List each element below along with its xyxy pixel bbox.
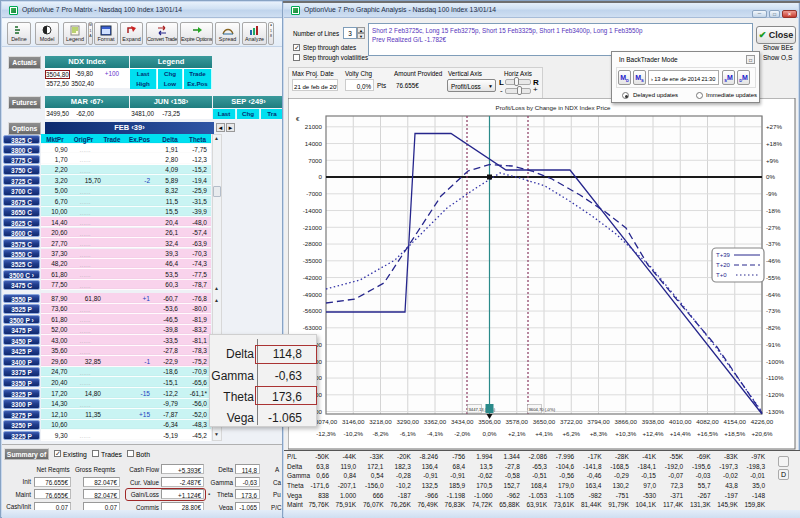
svg-text:-18%: -18% [766,207,781,214]
svg-text:T+20: T+20 [716,262,731,268]
svg-text:4010,00: 4010,00 [669,418,692,425]
svg-text:4226,00: 4226,00 [751,418,774,425]
svg-text:-28000: -28000 [303,240,323,247]
svg-text:7000: 7000 [308,157,322,164]
svg-text:-63000: -63000 [303,324,323,331]
svg-text:-49000: -49000 [303,291,323,298]
svg-text:+18%: +18% [766,140,782,147]
svg-text:-100%: -100% [766,358,784,365]
svg-text:-46%: -46% [766,257,781,264]
svg-text:+9%: +9% [766,157,779,164]
svg-text:0: 0 [319,173,323,180]
svg-text:-55%: -55% [766,274,781,281]
svg-text:+10,3%: +10,3% [615,430,637,437]
svg-text:3650,00: 3650,00 [533,418,556,425]
svg-text:4154,00: 4154,00 [724,418,747,425]
svg-text:3938,00: 3938,00 [642,418,665,425]
svg-text:14000: 14000 [305,140,323,147]
svg-text:21000: 21000 [305,123,323,130]
svg-text:€: € [296,115,300,122]
svg-text:3290,00: 3290,00 [397,418,420,425]
svg-text:-35000: -35000 [303,257,323,264]
svg-text:3506,00: 3506,00 [478,418,501,425]
svg-text:+16,5%: +16,5% [697,430,719,437]
svg-text:+12,4%: +12,4% [642,430,664,437]
svg-text:-2,0%: -2,0% [454,430,471,437]
svg-text:-130%: -130% [766,408,784,415]
svg-text:3074,00: 3074,00 [315,418,338,425]
svg-text:-9%: -9% [766,190,778,197]
svg-text:+18,5%: +18,5% [724,430,746,437]
svg-text:4082,00: 4082,00 [696,418,719,425]
svg-text:-37%: -37% [766,240,781,247]
svg-text:+4,1%: +4,1% [535,430,553,437]
svg-text:-10,2%: -10,2% [343,430,363,437]
svg-text:3722,00: 3722,00 [560,418,583,425]
svg-text:3578,00: 3578,00 [506,418,529,425]
svg-text:3434,00: 3434,00 [451,418,474,425]
svg-text:0,0%: 0,0% [482,430,497,437]
svg-text:-120%: -120% [766,391,784,398]
svg-text:T+39: T+39 [716,252,731,258]
svg-text:-64%: -64% [766,291,781,298]
svg-text:+2,1%: +2,1% [508,430,526,437]
svg-text:-42000: -42000 [303,274,323,281]
svg-text:-6,1%: -6,1% [400,430,417,437]
svg-text:-91%: -91% [766,341,781,348]
svg-text:0%: 0% [766,173,775,180]
svg-text:+8,3%: +8,3% [590,430,608,437]
svg-text:3794,00: 3794,00 [587,418,610,425]
svg-text:3362,00: 3362,00 [424,418,447,425]
svg-text:-110%: -110% [766,374,784,381]
svg-text:+27%: +27% [766,123,782,130]
svg-text:-12,3%: -12,3% [316,430,336,437]
svg-text:+20,6%: +20,6% [751,430,773,437]
svg-text:3604,70 (-0%): 3604,70 (-0%) [529,407,556,412]
svg-text:3146,00: 3146,00 [342,418,365,425]
svg-text:-4,1%: -4,1% [427,430,444,437]
svg-text:-73%: -73% [766,307,781,314]
svg-text:-14000: -14000 [303,207,323,214]
svg-text:-8,2%: -8,2% [372,430,389,437]
svg-text:3218,00: 3218,00 [369,418,392,425]
svg-text:+14,4%: +14,4% [670,430,692,437]
svg-text:T+0: T+0 [716,272,727,278]
svg-text:3866,00: 3866,00 [615,418,638,425]
svg-text:-56000: -56000 [303,307,323,314]
svg-text:Profit/Loss by Change in NDX I: Profit/Loss by Change in NDX Index Price [496,104,611,111]
svg-text:+6,2%: +6,2% [562,430,580,437]
svg-text:-27%: -27% [766,224,781,231]
svg-text:-7000: -7000 [306,190,322,197]
svg-text:-21000: -21000 [303,224,323,231]
svg-text:-82%: -82% [766,324,781,331]
